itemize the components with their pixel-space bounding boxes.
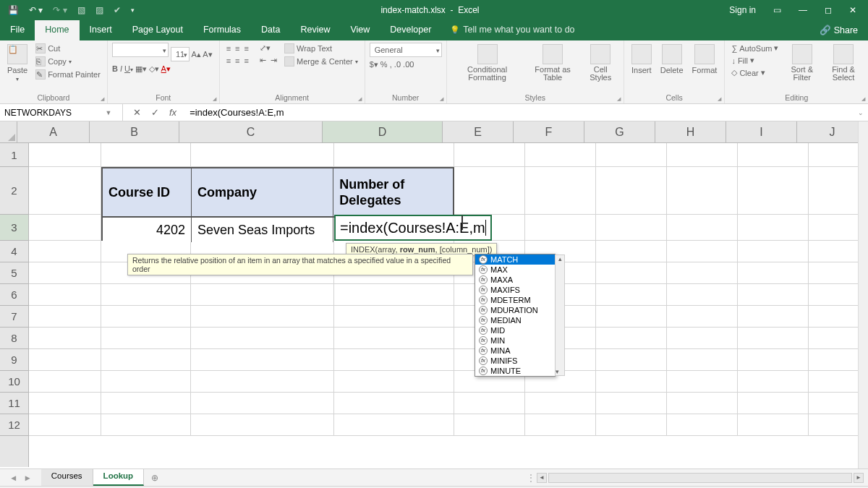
fill-color-button[interactable]: ◇▾ [149,64,159,73]
cell[interactable] [667,241,738,262]
cell[interactable] [454,143,525,167]
minimize-icon[interactable]: — [791,2,814,18]
font-name-combo[interactable] [112,43,169,57]
cell[interactable] [101,284,191,306]
bold-button[interactable]: B [112,64,118,73]
tell-me-search[interactable]: Tell me what you want to do [441,20,583,40]
cell[interactable] [191,143,334,167]
indent-inc-icon[interactable]: ⇥ [271,56,277,65]
save-icon[interactable]: 💾 [4,4,22,17]
namebox-dropdown-icon[interactable]: ▼ [101,109,116,116]
sheet-tab[interactable]: Courses [41,469,93,486]
number-format-combo[interactable]: General [370,43,442,57]
cell[interactable] [454,167,525,215]
cell-course-id[interactable]: 4202 [103,216,192,242]
sheet-nav[interactable]: ◄► [0,474,41,482]
cell[interactable] [101,328,191,349]
align-left-icon[interactable]: ≡ [226,56,231,65]
merge-center-button[interactable]: Merge & Center ▾ [282,56,360,67]
insert-function-icon[interactable]: fx [165,107,181,118]
delete-cells-button[interactable]: Delete [658,43,686,76]
decrease-font-icon[interactable]: A▾ [203,50,212,59]
column-header[interactable]: G [584,121,655,142]
autosum-button[interactable]: ∑ AutoSum ▾ [729,43,780,53]
align-center-icon[interactable]: ≡ [235,56,239,65]
cell[interactable] [738,349,809,371]
cell[interactable] [738,306,809,328]
formula-autocomplete[interactable]: ▴▾ fxMATCHfxMAXfxMAXAfxMAXIFSfxMDETERMfx… [475,254,556,377]
column-header[interactable]: B [90,121,179,142]
undo-icon[interactable]: ↶ ▾ [25,4,46,17]
cell[interactable] [667,167,738,215]
cell[interactable] [525,215,596,241]
share-button[interactable]: 🔗 Share [809,20,868,40]
cell[interactable] [738,284,809,306]
cell[interactable] [525,167,596,215]
cell[interactable] [667,393,738,414]
accounting-icon[interactable]: $▾ [370,60,378,69]
cell[interactable] [29,284,101,306]
column-header[interactable]: H [655,121,726,142]
row-header[interactable]: 12 [0,414,28,436]
active-cell-editor[interactable]: =index(Courses!A:E,m [334,215,492,241]
cell[interactable] [596,262,667,284]
wrap-text-button[interactable]: Wrap Text [282,43,360,54]
paste-button[interactable]: Paste▾ [4,43,30,84]
cell[interactable] [738,241,809,262]
cell[interactable] [29,371,101,393]
dec-decimal-icon[interactable]: .00 [403,60,414,69]
cell[interactable] [738,393,809,414]
conditional-formatting-button[interactable]: Conditional Formatting [451,43,524,83]
cell[interactable] [738,414,809,436]
row-header[interactable]: 11 [0,393,28,414]
find-select-button[interactable]: Find & Select [823,43,864,83]
tab-insert[interactable]: Insert [80,20,122,40]
cell[interactable] [191,306,334,328]
tab-file[interactable]: File [0,20,35,40]
cell[interactable] [667,349,738,371]
cell[interactable] [101,414,191,436]
cell[interactable] [101,371,191,393]
cell[interactable] [101,349,191,371]
cell[interactable] [454,393,525,414]
row-header[interactable]: 4 [0,241,28,262]
autocomplete-item[interactable]: fxMAXA [475,275,555,285]
increase-font-icon[interactable]: A▴ [191,50,200,59]
cell[interactable] [667,306,738,328]
cell[interactable] [29,414,101,436]
cell[interactable] [29,241,101,262]
row-header[interactable]: 6 [0,284,28,306]
cell[interactable] [101,143,191,167]
tab-view[interactable]: View [340,20,380,40]
autocomplete-item[interactable]: fxMINA [475,346,555,356]
column-header[interactable]: D [323,121,443,142]
ribbon-display-icon[interactable]: ▭ [766,2,788,18]
cell[interactable] [29,393,101,414]
cell[interactable] [738,167,809,215]
cell[interactable] [667,328,738,349]
tab-developer[interactable]: Developer [380,20,441,40]
underline-button[interactable]: U [124,64,130,73]
horizontal-scrollbar[interactable]: ⋮ ◄► [166,473,868,483]
cell[interactable] [738,215,809,241]
autocomplete-scrollbar[interactable]: ▴▾ [555,254,565,376]
cell[interactable] [525,414,596,436]
cell[interactable] [191,414,334,436]
tab-review[interactable]: Review [290,20,340,40]
cell[interactable] [596,306,667,328]
cell[interactable] [191,371,334,393]
fill-button[interactable]: ↓ Fill ▾ [729,55,780,66]
border-button[interactable]: ▦▾ [135,64,147,73]
cell[interactable] [596,349,667,371]
cancel-formula-icon[interactable]: ✕ [129,107,145,118]
cell[interactable] [454,414,525,436]
expand-formula-bar-icon[interactable]: ⌄ [854,109,868,116]
cell[interactable] [29,215,101,241]
qat-icon[interactable]: ✔ [110,4,124,17]
column-header[interactable]: I [726,121,797,142]
tab-formulas[interactable]: Formulas [193,20,251,40]
align-bot-icon[interactable]: ≡ [244,44,249,53]
format-cells-button[interactable]: Format [689,43,720,76]
signin-link[interactable]: Sign in [722,2,763,18]
cell[interactable] [29,328,101,349]
